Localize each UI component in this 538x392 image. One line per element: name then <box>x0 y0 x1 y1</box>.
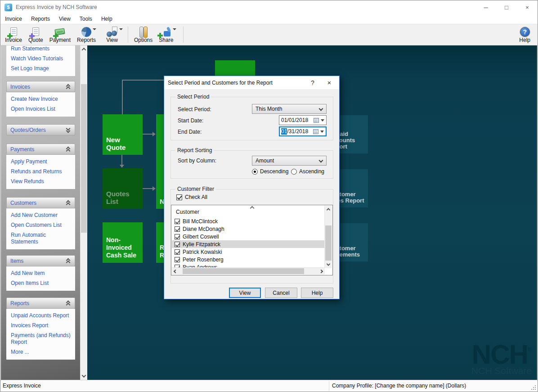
collapse-icon[interactable] <box>66 147 71 152</box>
checkbox-icon[interactable] <box>175 219 180 224</box>
invoice-button[interactable]: Invoice <box>2 25 25 44</box>
menu-reports[interactable]: Reports <box>27 16 54 22</box>
sidebar-header-quotes-orders[interactable]: Quotes/Orders <box>6 124 75 135</box>
sidebar-item-refunds-and-returns[interactable]: Refunds and Returns <box>6 167 75 176</box>
scrollbar-thumb[interactable] <box>183 268 304 274</box>
menu-tools[interactable]: Tools <box>75 16 97 22</box>
view-button[interactable]: View <box>229 288 261 298</box>
scroll-down-icon[interactable] <box>81 372 87 380</box>
ascending-radio[interactable]: Ascending <box>291 168 324 175</box>
payment-button[interactable]: Payment <box>46 25 74 44</box>
sidebar-item-view-refunds[interactable]: View Refunds <box>6 176 75 186</box>
sidebar-item-invoices-report[interactable]: Invoices Report <box>6 320 75 330</box>
sidebar-header-items[interactable]: Items <box>6 255 75 266</box>
collapse-icon[interactable] <box>66 258 71 264</box>
scroll-right-icon[interactable] <box>318 268 324 275</box>
flow-box-non-invoiced-cash-sale[interactable]: Non-Invoiced Cash Sale <box>103 222 143 263</box>
checkbox-icon[interactable] <box>175 242 180 247</box>
period-select[interactable]: This Month <box>252 104 327 114</box>
list-item[interactable]: Bill McClintock <box>172 217 325 225</box>
reports-button[interactable]: Reports <box>74 25 103 44</box>
list-item[interactable]: Patrick Kowalski <box>172 248 325 256</box>
checkbox-icon[interactable] <box>175 226 180 232</box>
sidebar-item-more[interactable]: More ... <box>6 347 75 357</box>
sort-column-select[interactable]: Amount <box>252 156 327 166</box>
sidebar-item-watch-video-tutorials[interactable]: Watch Video Tutorials <box>6 54 75 63</box>
chevron-down-icon[interactable] <box>93 28 96 30</box>
sidebar-item-run-statements[interactable]: Run Statements <box>6 45 75 54</box>
customer-column-header[interactable]: Customer <box>176 209 199 215</box>
list-item-selected[interactable]: Kylie Fitzpatrick <box>172 240 325 248</box>
check-all-checkbox[interactable]: Check All <box>176 194 207 200</box>
scrollbar-thumb[interactable] <box>325 225 332 261</box>
sidebar-item-add-new-customer[interactable]: Add New Customer <box>6 210 75 220</box>
start-date-label: Start Date: <box>178 117 203 124</box>
scrollbar-thumb[interactable] <box>81 84 87 233</box>
chevron-down-icon <box>319 107 323 111</box>
sidebar-header-payments[interactable]: Payments <box>6 144 75 155</box>
collapse-icon[interactable] <box>66 200 71 206</box>
maximize-icon[interactable]: □ <box>496 0 517 14</box>
help-button[interactable]: Help <box>301 288 333 298</box>
flow-box-quotes-list[interactable]: Quotes List <box>103 168 143 209</box>
sidebar-item-unpaid-accounts-report[interactable]: Unpaid Accounts Report <box>6 311 75 320</box>
options-button[interactable]: Options <box>131 25 156 44</box>
scroll-down-icon[interactable] <box>325 262 332 267</box>
list-horizontal-scrollbar[interactable] <box>172 267 325 275</box>
sidebar-header-invoices[interactable]: Invoices <box>6 81 75 92</box>
chevron-down-icon[interactable] <box>119 28 123 30</box>
chevron-down-icon[interactable] <box>320 131 324 133</box>
sidebar-header-reports[interactable]: Reports <box>6 297 75 309</box>
list-item[interactable]: Gilbert Coswell <box>172 233 325 240</box>
checkbox-icon[interactable] <box>175 249 180 255</box>
chevron-down-icon[interactable] <box>173 28 176 30</box>
list-item[interactable]: Diane McDonagh <box>172 225 325 233</box>
scroll-up-icon[interactable] <box>81 45 87 53</box>
menu-invoice[interactable]: Invoice <box>0 16 27 22</box>
sidebar-item-payments-refunds-report[interactable]: Payments (and Refunds) Report <box>6 330 75 347</box>
sidebar-item-add-new-item[interactable]: Add New Item <box>6 268 75 278</box>
scroll-up-icon[interactable] <box>325 207 332 212</box>
sidebar-item-set-logo-image[interactable]: Set Logo Image <box>6 63 75 73</box>
quote-button[interactable]: Quote <box>25 25 46 44</box>
list-item[interactable]: Peter Rosenberg <box>172 256 325 263</box>
sidebar-item-create-new-invoice[interactable]: Create New Invoice <box>6 94 75 104</box>
descending-radio[interactable]: Descending <box>252 168 288 175</box>
sidebar-item-apply-payment[interactable]: Apply Payment <box>6 157 75 167</box>
menu-view[interactable]: View <box>54 16 75 22</box>
dialog-title-bar: Select Period and Customers for the Repo… <box>164 76 339 89</box>
sort-asc-icon[interactable] <box>250 206 255 211</box>
checkbox-icon[interactable] <box>175 257 180 262</box>
calendar-icon[interactable] <box>313 128 319 135</box>
checkbox-icon[interactable] <box>175 234 180 239</box>
end-date-field[interactable]: 01/31/2018 <box>279 126 327 136</box>
view-button[interactable]: View <box>103 25 125 44</box>
dialog-help-icon[interactable]: ? <box>305 79 320 86</box>
flow-box-new-quote[interactable]: New Quote <box>103 114 143 155</box>
expand-icon[interactable] <box>66 127 71 133</box>
flow-arrow <box>143 134 152 135</box>
sidebar-item-open-invoices-list[interactable]: Open Invoices List <box>6 104 75 114</box>
minimize-icon[interactable]: ─ <box>475 0 496 14</box>
sidebar-item-run-automatic-statements[interactable]: Run Automatic Statements <box>6 230 75 247</box>
menu-help[interactable]: Help <box>97 16 117 22</box>
sidebar-scrollbar[interactable] <box>80 45 87 380</box>
scroll-left-icon[interactable] <box>173 268 178 275</box>
chevron-down-icon[interactable] <box>321 119 324 122</box>
dialog-close-icon[interactable]: × <box>320 79 338 86</box>
calendar-icon[interactable] <box>313 117 319 123</box>
start-date-field[interactable]: 01/01/2018 <box>279 115 327 125</box>
cancel-button[interactable]: Cancel <box>265 288 297 298</box>
help-button[interactable]: ? Help <box>516 25 534 44</box>
list-vertical-scrollbar[interactable] <box>324 206 332 268</box>
sidebar-item-open-items-list[interactable]: Open Items List <box>6 278 75 288</box>
sidebar-item-open-customers-list[interactable]: Open Customers List <box>6 220 75 230</box>
resize-grip-icon[interactable] <box>530 384 536 390</box>
customer-list[interactable]: Customer Bill McClintock Diane McDonagh … <box>171 205 333 275</box>
share-button[interactable]: Share <box>156 25 180 44</box>
collapse-icon[interactable] <box>66 84 71 90</box>
flow-arrow <box>143 188 152 189</box>
collapse-icon[interactable] <box>66 301 71 306</box>
sidebar-header-customers[interactable]: Customers <box>6 197 75 208</box>
close-icon[interactable]: × <box>517 0 538 14</box>
